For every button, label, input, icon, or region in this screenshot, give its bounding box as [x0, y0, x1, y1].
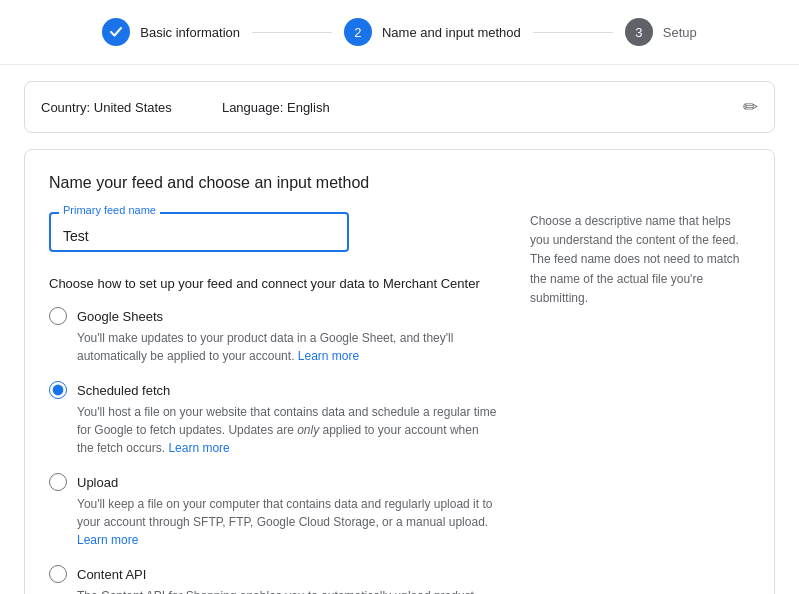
step-1-circle	[102, 18, 130, 46]
upload-radio[interactable]	[49, 473, 67, 491]
main-card: Name your feed and choose an input metho…	[24, 149, 775, 594]
feed-name-input[interactable]	[49, 212, 349, 252]
card-body: Primary feed name Choose how to set up y…	[49, 212, 750, 594]
connector-2	[533, 32, 613, 33]
country-value: United States	[94, 100, 172, 115]
scheduled-fetch-desc: You'll host a file on your website that …	[77, 403, 498, 457]
option-content-api: Content API The Content API for Shopping…	[49, 565, 498, 594]
step-3-label: Setup	[663, 25, 697, 40]
step-2-circle: 2	[344, 18, 372, 46]
radio-section-title: Choose how to set up your feed and conne…	[49, 276, 498, 291]
language-label: Language:	[222, 100, 283, 115]
option-upload: Upload You'll keep a file on your comput…	[49, 473, 498, 549]
google-sheets-row: Google Sheets	[49, 307, 498, 325]
stepper: Basic information 2 Name and input metho…	[0, 0, 799, 65]
step-3-circle: 3	[625, 18, 653, 46]
google-sheets-learn-more[interactable]: Learn more	[298, 349, 359, 363]
option-scheduled-fetch: Scheduled fetch You'll host a file on yo…	[49, 381, 498, 457]
scheduled-fetch-row: Scheduled fetch	[49, 381, 498, 399]
connector-1	[252, 32, 332, 33]
upload-label: Upload	[77, 475, 118, 490]
content-api-row: Content API	[49, 565, 498, 583]
step-1-label: Basic information	[140, 25, 240, 40]
separator	[191, 100, 202, 115]
google-sheets-label: Google Sheets	[77, 309, 163, 324]
card-title: Name your feed and choose an input metho…	[49, 174, 750, 192]
upload-learn-more[interactable]: Learn more	[77, 533, 138, 547]
card-hint: Choose a descriptive name that helps you…	[530, 212, 750, 594]
upload-row: Upload	[49, 473, 498, 491]
step-basic-information: Basic information	[102, 18, 240, 46]
content-api-radio[interactable]	[49, 565, 67, 583]
upload-desc: You'll keep a file on your computer that…	[77, 495, 498, 549]
google-sheets-desc: You'll make updates to your product data…	[77, 329, 498, 365]
step-name-input: 2 Name and input method	[344, 18, 521, 46]
info-bar-text: Country: United States Language: English	[41, 100, 330, 115]
language-value: English	[287, 100, 330, 115]
info-bar: Country: United States Language: English…	[24, 81, 775, 133]
step-2-label: Name and input method	[382, 25, 521, 40]
scheduled-fetch-radio[interactable]	[49, 381, 67, 399]
card-left: Primary feed name Choose how to set up y…	[49, 212, 498, 594]
step-setup: 3 Setup	[625, 18, 697, 46]
feed-name-group: Primary feed name	[49, 212, 349, 252]
scheduled-fetch-learn-more[interactable]: Learn more	[168, 441, 229, 455]
edit-icon[interactable]: ✏	[743, 96, 758, 118]
page-wrapper: Basic information 2 Name and input metho…	[0, 0, 799, 594]
country-label: Country:	[41, 100, 90, 115]
option-google-sheets: Google Sheets You'll make updates to you…	[49, 307, 498, 365]
content-api-desc: The Content API for Shopping enables you…	[77, 587, 498, 594]
google-sheets-radio[interactable]	[49, 307, 67, 325]
content-api-label: Content API	[77, 567, 146, 582]
scheduled-fetch-label: Scheduled fetch	[77, 383, 170, 398]
